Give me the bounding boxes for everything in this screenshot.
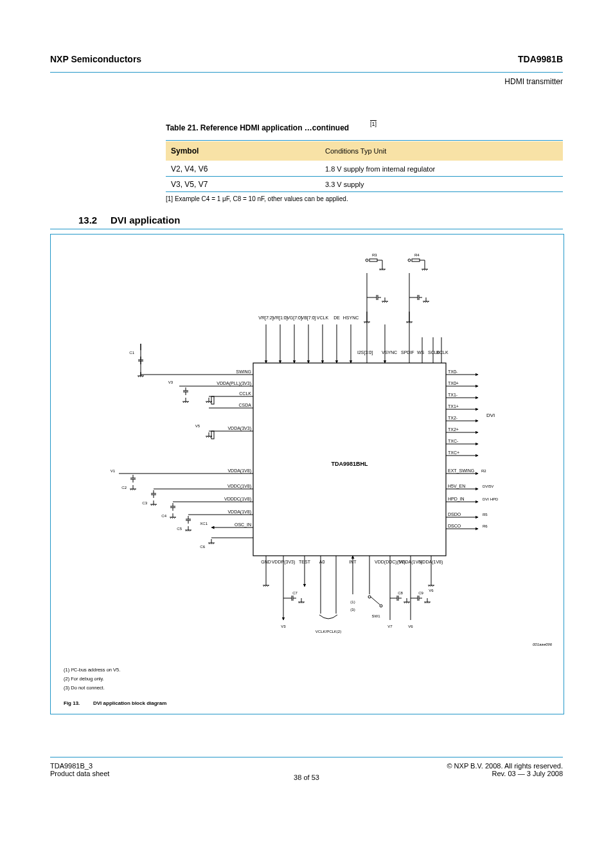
footer-page: 38 of 53 [0, 774, 613, 781]
svg-text:VR[7:2]: VR[7:2] [258, 315, 273, 321]
svg-text:HSYNC: HSYNC [343, 315, 359, 320]
figure-box: TDA9981BHL VR[7:2] VR[1:0] VG[7:0] [50, 234, 564, 714]
section-number: 13.2 [78, 215, 97, 226]
svg-text:SW1: SW1 [371, 614, 380, 618]
svg-text:CSDA: CSDA [239, 403, 252, 407]
svg-point-143 [368, 596, 371, 598]
diagram-id: 001aae096 [533, 642, 553, 646]
page: NXP Semiconductors TDA9981B HDMI transmi… [0, 0, 613, 868]
product-name: TDA9981B [518, 54, 563, 64]
svg-text:V7: V7 [387, 624, 393, 628]
top-pins: VR[7:2] VR[1:0] VG[7:0] VB[7:0] VCLK [258, 253, 449, 363]
table-header-row: Symbol Conditions Typ Unit [166, 141, 563, 161]
svg-text:V6: V6 [408, 624, 413, 628]
svg-text:DVI: DVI [486, 412, 495, 418]
svg-text:VDDA(PLL)(3V3): VDDA(PLL)(3V3) [217, 381, 251, 386]
table-cell-value: 1.8 V supply from internal regulator [325, 165, 563, 173]
subtitle: HDMI transmitter [504, 77, 563, 86]
svg-text:SWING: SWING [236, 369, 251, 374]
svg-text:WS: WS [417, 350, 425, 355]
svg-text:V3: V3 [168, 380, 173, 384]
svg-text:C1: C1 [129, 351, 134, 355]
svg-text:HPD_IN: HPD_IN [448, 497, 465, 502]
table-row: V3, V5, V7 3.3 V supply [166, 177, 563, 191]
svg-text:TX2+: TX2+ [448, 427, 459, 432]
svg-text:A0: A0 [319, 560, 325, 564]
svg-text:DVI HPD: DVI HPD [483, 497, 499, 501]
table-cell-symbol: V2, V4, V6 [166, 164, 325, 173]
table-header-symbol: Symbol [166, 146, 325, 155]
circuit-diagram: TDA9981BHL VR[7:2] VR[1:0] VG[7:0] [51, 235, 564, 714]
right-pins: TX0- TX0+ TX1- TX1+ TX2- TX2+ TXC- TXC+ … [446, 369, 499, 529]
svg-text:C4: C4 [161, 514, 166, 518]
table-cell-symbol: V3, V5, V7 [166, 180, 325, 189]
svg-text:H5V_EN: H5V_EN [448, 484, 465, 489]
svg-text:VG[7:0]: VG[7:0] [287, 315, 302, 321]
table-top-rule [166, 140, 563, 141]
table-row-rule [166, 176, 563, 177]
svg-text:R2: R2 [481, 469, 486, 473]
svg-text:VDDA(1V8): VDDA(1V8) [227, 509, 251, 515]
svg-text:VDDDC(1V8): VDDDC(1V8) [224, 497, 251, 502]
section-title: DVI application [111, 215, 180, 226]
svg-text:INT: INT [349, 560, 357, 564]
svg-text:(3): (3) [350, 608, 355, 612]
svg-text:C3: C3 [142, 501, 147, 505]
svg-text:TX0+: TX0+ [448, 381, 459, 385]
svg-text:V3: V3 [281, 624, 286, 628]
svg-text:TX1-: TX1- [448, 393, 458, 397]
svg-text:TX1+: TX1+ [448, 404, 459, 409]
svg-text:TX2-: TX2- [448, 416, 458, 420]
svg-text:XC1: XC1 [200, 522, 208, 526]
svg-text:EXT_SWING: EXT_SWING [448, 468, 474, 474]
svg-text:DSDO: DSDO [448, 512, 461, 517]
svg-text:GND: GND [261, 560, 271, 564]
svg-text:C7: C7 [292, 591, 298, 595]
svg-text:V1: V1 [111, 469, 116, 473]
svg-point-32 [366, 259, 368, 261]
svg-text:VDDA(1V8): VDDA(1V8) [420, 560, 443, 565]
svg-text:VCLK/PCLK(2): VCLK/PCLK(2) [315, 630, 341, 633]
figure-caption-text: DVI application block diagram [93, 700, 166, 706]
svg-text:R6: R6 [483, 524, 488, 528]
svg-text:CCLK: CCLK [239, 391, 251, 396]
table-footnote: [1] Example C4 = 1 μF, C8 = 10 nF, other… [166, 195, 348, 202]
svg-text:VDDP(3V3): VDDP(3V3) [272, 560, 296, 565]
svg-point-145 [380, 605, 382, 607]
svg-point-42 [408, 259, 411, 261]
table-cell-value: 3.3 V supply [325, 181, 563, 188]
svg-text:VDDA(1V8): VDDA(1V8) [227, 468, 251, 474]
svg-rect-15 [253, 363, 446, 556]
vendor-name: NXP Semiconductors [50, 54, 141, 64]
svg-text:TX0-: TX0- [448, 369, 458, 374]
svg-text:SPDIF: SPDIF [401, 350, 414, 355]
svg-text:R3: R3 [372, 253, 377, 257]
svg-text:VB[7:0]: VB[7:0] [301, 315, 316, 321]
table-header-cols: Conditions Typ Unit [325, 147, 563, 155]
figure-note-1: (1) I²C-bus address on V5. [64, 667, 120, 673]
left-pins: SWING C1 V3 VDDA(PLL)(3V3) CCLK CSDA VDD [111, 344, 253, 549]
svg-text:R5: R5 [483, 513, 488, 517]
svg-text:DE: DE [333, 315, 340, 320]
table-note-ref: [1] [370, 121, 377, 127]
svg-text:VCLK: VCLK [317, 315, 329, 320]
svg-text:TXC+: TXC+ [448, 450, 459, 455]
footer-rule [50, 757, 563, 757]
svg-text:DCLK: DCLK [436, 350, 449, 355]
figure-caption-num: Fig 13. [64, 700, 80, 706]
svg-text:C5: C5 [177, 527, 182, 531]
svg-text:(1): (1) [350, 600, 355, 604]
table-caption-text: Table 21. Reference HDMI application …co… [166, 123, 349, 132]
svg-text:V6: V6 [429, 589, 434, 592]
figure-note-3: (3) Do not connect. [64, 685, 105, 691]
svg-line-144 [371, 597, 380, 605]
bottom-pins: GND VDDP(3V3) V3 C7 TEST VCLK/PCLK(2) A0 [261, 556, 443, 633]
header-rule [50, 72, 563, 73]
table-bottom-rule [166, 191, 563, 192]
chip-label: TDA9981BHL [331, 461, 368, 467]
svg-text:DVI5V: DVI5V [483, 484, 493, 488]
svg-text:I2S[3:0]: I2S[3:0] [357, 350, 373, 355]
table-row: V2, V4, V6 1.8 V supply from internal re… [166, 162, 563, 176]
svg-text:OSC_IN: OSC_IN [235, 522, 251, 527]
svg-text:TEST: TEST [299, 560, 311, 564]
